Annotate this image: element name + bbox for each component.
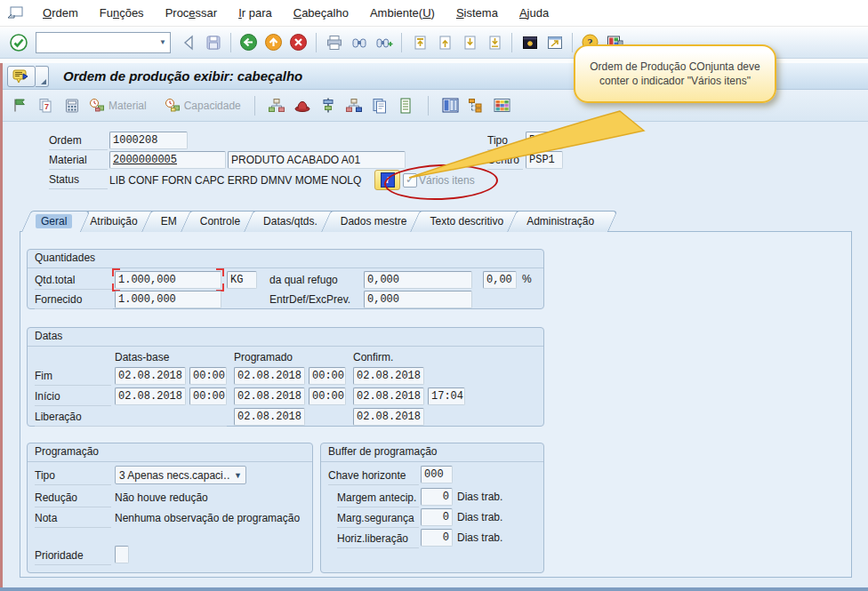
find-next-button[interactable] [373,31,395,53]
material-field[interactable]: 2000000005 [109,151,226,169]
tab-texto-descritivo[interactable]: Texto descritivo [410,211,518,232]
inicio-conf-date[interactable]: 02.08.2018 [353,387,424,405]
find-next-icon [375,34,393,52]
previous-button[interactable] [177,31,199,53]
create-shortcut-icon [546,34,564,52]
enter-check-icon [9,33,28,52]
tab-administracao[interactable]: Administração [507,211,608,232]
fim-prog-date[interactable]: 02.08.2018 [234,367,305,385]
chave-horizonte-field[interactable]: 000 [421,466,453,483]
previous-page-button[interactable] [433,31,455,53]
liberacao-label: Liberação [35,410,227,427]
callout-balloon: Ordem de Produção COnjunta deve conter o… [574,44,776,103]
missing-parts-button[interactable] [60,94,83,116]
menu-ir-para[interactable]: Ir para [228,2,283,24]
ordem-label: Ordem [49,133,108,150]
capacity-button[interactable]: Capacidade [162,94,244,116]
fim-conf-date[interactable]: 02.08.2018 [353,367,424,385]
nota-label: Nota [35,511,111,528]
save-button[interactable] [202,31,224,53]
entrdef-field[interactable]: 0,000 [364,291,472,308]
cancel-button[interactable] [287,31,309,53]
command-dropdown-icon[interactable]: ▼ [156,33,170,52]
tab-geral[interactable]: Geral [21,211,81,232]
tab-datas-qtds[interactable]: Datas/qtds. [244,211,332,232]
inicio-conf-time[interactable]: 17:04 [428,387,465,405]
info-icon: i [381,172,395,188]
liberacao-conf-date[interactable]: 02.08.2018 [353,408,424,426]
back-button[interactable] [237,31,260,53]
align-button[interactable] [317,94,340,116]
window-menu-icon[interactable] [7,6,23,20]
inicio-prog-date[interactable]: 02.08.2018 [234,387,305,405]
menu-sistema[interactable]: Sistema [446,2,509,24]
label-accel: U [422,6,430,20]
ordem-field[interactable]: 1000208 [109,132,188,149]
tree-icon [467,97,485,114]
refugo-field[interactable]: 0,000 [364,271,472,289]
horiz-liberacao-field[interactable]: 0 [421,529,453,547]
centro-field[interactable]: PSP1 [526,151,563,169]
hierarchy-button[interactable] [266,94,288,116]
transaction-button[interactable] [7,66,36,87]
fornecido-field[interactable]: 1.000,000 [115,291,221,308]
title-menu-dropdown[interactable] [36,66,49,87]
inicio-base-time[interactable]: 00:00 [189,387,227,405]
toolbar-separator [316,33,317,52]
fim-base-time[interactable]: 00:00 [189,367,227,385]
liberacao-prog-date[interactable]: 02.08.2018 [234,408,305,426]
color-grid-button[interactable] [491,94,513,116]
menu-ambiente[interactable]: Ambiente(U) [359,2,446,24]
next-page-button[interactable] [458,31,480,53]
menu-ajuda[interactable]: Ajuda [509,2,559,24]
margem-antecip-field[interactable]: 0 [421,488,453,506]
command-field[interactable]: ▼ [36,32,171,53]
print-button[interactable] [323,31,345,53]
marg-seguranca-field[interactable]: 0 [421,508,453,526]
first-page-button[interactable] [408,31,430,53]
documents-button[interactable]: 7 [35,94,57,116]
qtd-total-field[interactable]: 1.000,000 [115,271,221,289]
menu-processar[interactable]: Processar [155,2,229,24]
tipo-programacao-combo[interactable]: 3 Apenas necs.capaci… ▼ [115,466,246,484]
menu-ordem[interactable]: Ordem [32,2,89,24]
material-description-field[interactable]: PRODUTO ACABADO A01 [228,151,406,169]
tree-button[interactable] [465,94,487,116]
last-page-button[interactable] [483,31,505,53]
material-button[interactable]: Material [86,94,149,116]
copy-button[interactable] [369,94,391,116]
previous-page-icon [437,34,453,52]
menu-cabecalho[interactable]: Cabeçalho [283,2,359,24]
status-info-button[interactable]: i [374,170,400,190]
tab-dados-mestre[interactable]: Dados mestre [321,211,422,232]
tipo-field[interactable]: PP01 [526,132,563,149]
tipo-label: Tipo [487,133,523,150]
fim-base-date[interactable]: 02.08.2018 [115,367,186,385]
command-input[interactable] [36,34,156,52]
material-button-label: Material [108,100,147,112]
create-shortcut-button[interactable] [543,31,566,53]
inicio-base-date[interactable]: 02.08.2018 [115,387,186,405]
label-accel: O [43,6,52,20]
exit-button[interactable] [262,31,285,53]
col-header-confirm: Confirm. [353,351,393,363]
nota-value: Nenhuma observação de programação [115,512,300,524]
hat-button[interactable] [292,94,314,116]
new-session-button[interactable] [518,31,541,53]
flag-button[interactable] [9,94,31,116]
unit-field[interactable]: KG [227,271,257,289]
refugo-pct-field[interactable]: 0,00 [483,271,517,289]
inicio-prog-time[interactable]: 00:00 [309,387,346,405]
layout-button[interactable] [439,94,462,116]
varios-itens-checkbox[interactable]: ✓ [403,173,417,188]
refugo-label: da qual refugo [269,273,358,289]
prioridade-field[interactable] [115,546,129,563]
menu-funcoes[interactable]: Funções [89,2,155,24]
scheduling-group: Programação Tipo 3 Apenas necs.capaci… ▼… [27,443,313,573]
enter-button[interactable] [7,31,29,53]
fim-prog-time[interactable]: 00:00 [309,367,346,385]
hierarchy-blue-button[interactable] [343,94,366,116]
find-button[interactable] [348,31,370,53]
list-button[interactable] [395,94,417,116]
horiz-liberacao-unit: Dias trab. [457,531,502,544]
